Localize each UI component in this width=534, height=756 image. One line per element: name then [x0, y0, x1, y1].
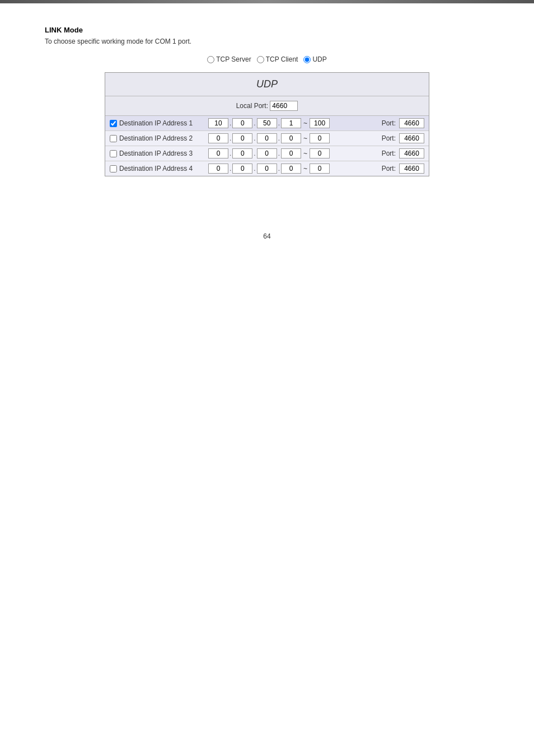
port-label-2: Port: [382, 134, 396, 142]
addr-checkbox-2[interactable] [110, 135, 117, 142]
addr-row-3: Destination IP Address 3 . . . ~ Port: [105, 146, 429, 161]
tilde-2: ~ [303, 134, 307, 142]
ip1-input-4[interactable] [208, 164, 228, 174]
local-port-row: Local Port: [105, 96, 429, 116]
tilde-4: ~ [303, 165, 307, 172]
range-end-input-1[interactable] [310, 118, 330, 128]
dot1-2: . [229, 134, 231, 142]
radio-tcp-server-input[interactable] [207, 56, 214, 63]
addr-checkbox-4[interactable] [110, 165, 117, 172]
port-input-2[interactable] [399, 133, 424, 143]
ip-fields-3: . . . ~ [208, 148, 375, 158]
port-label-1: Port: [382, 119, 396, 127]
ip3-input-1[interactable] [257, 118, 277, 128]
dot3-2: . [278, 134, 280, 142]
port-label-3: Port: [382, 150, 396, 157]
ip2-input-2[interactable] [232, 133, 252, 143]
radio-tcp-client-label: TCP Client [266, 55, 298, 63]
dot2-2: . [254, 134, 255, 142]
radio-tcp-client-input[interactable] [257, 56, 264, 63]
range-end-input-4[interactable] [310, 164, 330, 174]
range-end-input-3[interactable] [310, 148, 330, 158]
ip3-input-3[interactable] [257, 148, 277, 158]
ip-fields-1: . . . ~ [208, 118, 375, 128]
dot1-4: . [229, 165, 231, 172]
ip-fields-2: . . . ~ [208, 133, 375, 143]
link-mode-description: To choose specific working mode for COM … [45, 38, 489, 45]
dot1-3: . [229, 150, 231, 157]
dot2-3: . [254, 150, 255, 157]
ip-fields-4: . . . ~ [208, 164, 375, 174]
addr-row-1: Destination IP Address 1 . . . ~ Port: [105, 116, 429, 131]
udp-panel-title: UDP [105, 73, 429, 96]
tilde-3: ~ [303, 150, 307, 157]
radio-tcp-server-label: TCP Server [216, 55, 251, 63]
addr-label-3: Destination IP Address 3 [110, 150, 205, 157]
addr-label-text-1: Destination IP Address 1 [119, 119, 193, 127]
addr-label-text-4: Destination IP Address 4 [119, 165, 193, 172]
ip2-input-4[interactable] [232, 164, 252, 174]
addr-label-2: Destination IP Address 2 [110, 134, 205, 142]
local-port-input[interactable] [270, 101, 298, 111]
port-input-4[interactable] [399, 164, 424, 174]
addr-row-2: Destination IP Address 2 . . . ~ Port: [105, 131, 429, 146]
ip4-input-2[interactable] [281, 133, 301, 143]
addr-label-text-3: Destination IP Address 3 [119, 150, 193, 157]
radio-udp-input[interactable] [303, 56, 311, 63]
ip2-input-3[interactable] [232, 148, 252, 158]
dot3-3: . [278, 150, 280, 157]
addr-label-text-2: Destination IP Address 2 [119, 134, 193, 142]
page-number: 64 [0, 232, 534, 240]
range-end-input-2[interactable] [310, 133, 330, 143]
radio-udp-label: UDP [312, 55, 326, 63]
udp-panel: UDP Local Port: Destination IP Address 1… [105, 72, 429, 176]
ip1-input-1[interactable] [208, 118, 228, 128]
mode-radio-group: TCP Server TCP Client UDP [45, 55, 489, 63]
ip1-input-3[interactable] [208, 148, 228, 158]
addr-label-4: Destination IP Address 4 [110, 165, 205, 172]
dot2-1: . [254, 119, 255, 127]
ip2-input-1[interactable] [232, 118, 252, 128]
addr-label-1: Destination IP Address 1 [110, 119, 205, 127]
ip3-input-2[interactable] [257, 133, 277, 143]
dot3-4: . [278, 165, 280, 172]
port-input-3[interactable] [399, 148, 424, 158]
ip4-input-1[interactable] [281, 118, 301, 128]
ip3-input-4[interactable] [257, 164, 277, 174]
radio-tcp-client[interactable]: TCP Client [257, 55, 298, 63]
dot1-1: . [229, 119, 231, 127]
port-input-1[interactable] [399, 118, 424, 128]
tilde-1: ~ [303, 119, 307, 127]
ip1-input-2[interactable] [208, 133, 228, 143]
dot2-4: . [254, 165, 255, 172]
dot3-1: . [278, 119, 280, 127]
addr-checkbox-3[interactable] [110, 150, 117, 157]
address-rows-container: Destination IP Address 1 . . . ~ Port: D… [105, 116, 429, 176]
local-port-label: Local Port: [236, 102, 268, 110]
main-content: LINK Mode To choose specific working mod… [0, 3, 534, 199]
ip4-input-4[interactable] [281, 164, 301, 174]
link-mode-title: LINK Mode [45, 26, 489, 34]
ip4-input-3[interactable] [281, 148, 301, 158]
addr-checkbox-1[interactable] [110, 120, 117, 127]
port-label-4: Port: [382, 165, 396, 172]
radio-udp[interactable]: UDP [303, 55, 326, 63]
radio-tcp-server[interactable]: TCP Server [207, 55, 251, 63]
addr-row-4: Destination IP Address 4 . . . ~ Port: [105, 161, 429, 176]
